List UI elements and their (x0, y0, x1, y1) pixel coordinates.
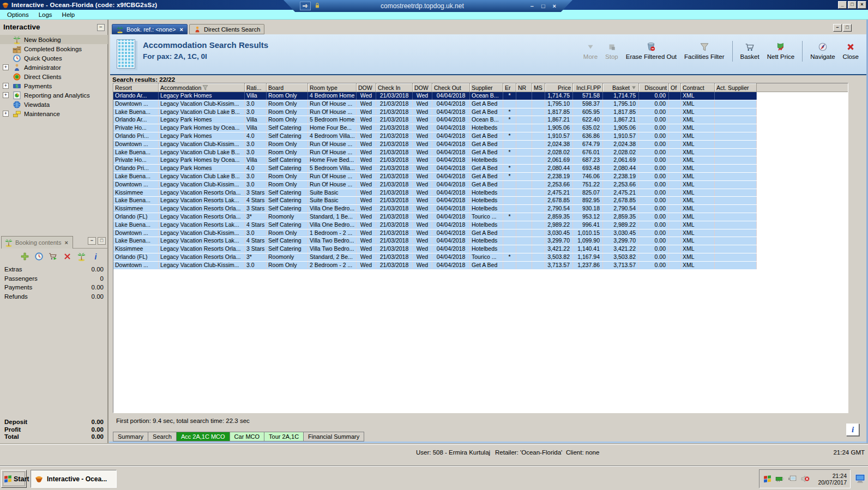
column-header-contract[interactable]: Contract (681, 83, 715, 92)
start-button[interactable]: Start (1, 470, 27, 488)
info-button[interactable]: i (91, 252, 100, 261)
sidebar-item-new-booking[interactable]: New Booking (0, 35, 108, 44)
column-header-dow[interactable]: DOW (357, 83, 376, 92)
sidebar-item-reporting-and-analytics[interactable]: +Reporting and Analytics (0, 90, 108, 100)
clock-button[interactable] (34, 252, 44, 261)
toolbar-erase-filtered-out-button[interactable]: Erase Filtered Out (622, 41, 680, 61)
bottom-tab-search[interactable]: Search (148, 432, 177, 441)
window-maximize-button[interactable]: □ (848, 1, 857, 9)
mdi-maximize-button[interactable]: □ (843, 24, 852, 32)
expand-toggle[interactable]: + (3, 83, 9, 89)
rdp-restore-button[interactable]: □ (541, 3, 545, 9)
column-header-price[interactable]: Price (545, 83, 573, 92)
table-row[interactable]: Lake Buena...Legacy Vacation Resorts Lak… (113, 197, 757, 205)
column-header-supplier[interactable]: Supplier (470, 83, 503, 92)
rdp-pin-button[interactable] (300, 2, 311, 10)
column-header-resort[interactable]: Resort (113, 83, 159, 92)
toolbar-facilities-filter-button[interactable]: Facilities Filter (680, 41, 728, 61)
toolbar-close-button[interactable]: Close (839, 41, 863, 61)
volume-muted-icon[interactable] (800, 474, 810, 483)
bottom-tab-car-mco[interactable]: Car MCO (230, 432, 264, 441)
table-row[interactable]: Downtown ...Legacy Vacation Club-Kissim.… (113, 229, 757, 238)
column-header-room-type[interactable]: Room type (308, 83, 357, 92)
table-row[interactable]: Downtown ...Legacy Vacation Club-Kissim.… (113, 141, 757, 149)
table-row[interactable]: KissimmeeLegacy Vacation Resorts Orla...… (113, 245, 757, 253)
taskbar-task-button[interactable]: Interactive - Ocea... (31, 470, 117, 488)
filter-funnel-icon[interactable] (202, 84, 208, 90)
table-row[interactable]: KissimmeeLegacy Vacation Resorts Orla...… (113, 189, 757, 197)
rdp-close-button[interactable]: × (553, 3, 556, 9)
toolbar-basket-button[interactable]: Basket (737, 41, 763, 61)
table-row[interactable]: Downtown ...Legacy Vacation Club-Kissim.… (113, 262, 757, 270)
table-row[interactable]: Private Ho...Legacy Park Homes by Ocea..… (113, 124, 757, 132)
table-row[interactable]: Downtown ...Legacy Vacation Club-Kissim.… (113, 100, 757, 108)
windows-update-icon[interactable] (763, 474, 772, 483)
column-header-of[interactable]: Of (669, 83, 681, 92)
column-header-er[interactable]: Er (503, 83, 516, 92)
tab-close-icon[interactable]: × (180, 26, 183, 33)
tab-book-ref-none[interactable]: Book. ref.: <none>× (112, 24, 188, 34)
booking-panel-minimize-button[interactable]: − (88, 237, 96, 245)
column-header-act-supplier[interactable]: Act. Supplier (715, 83, 757, 92)
menu-item-options[interactable]: Options (2, 10, 34, 19)
table-row[interactable]: Orlando Ar...Legacy Park HomesVillaRoom … (113, 116, 757, 124)
table-row[interactable]: Orlando Pri...Legacy Park Homes4.0Self C… (113, 165, 757, 173)
menu-item-logs[interactable]: Logs (34, 10, 57, 19)
sidebar-item-quick-quotes[interactable]: Quick Quotes (0, 53, 108, 63)
column-header-dow[interactable]: DOW (413, 83, 432, 92)
column-header-board[interactable]: Board (267, 83, 308, 92)
table-row[interactable]: KissimmeeLegacy Vacation Resorts Orla...… (113, 205, 757, 213)
table-row[interactable]: Orlando Ar...Legacy Park HomesVillaRoom … (113, 92, 757, 100)
table-row[interactable]: Lake Buena...Legacy Vacation Club Lake B… (113, 173, 757, 181)
toolbar-nett-price-button[interactable]: Nett Price (763, 41, 799, 61)
sidebar-item-payments[interactable]: +$Payments (0, 81, 108, 90)
rdp-session-icon[interactable] (854, 473, 866, 484)
column-header-basket[interactable]: Basket (603, 83, 639, 92)
toolbar-navigate-button[interactable]: Navigate (806, 41, 839, 61)
window-close-button[interactable]: × (858, 1, 866, 9)
rdp-minimize-button[interactable]: – (531, 3, 534, 9)
cart-go-button[interactable] (49, 252, 58, 261)
plus-button[interactable] (20, 252, 29, 261)
expand-toggle[interactable]: + (3, 64, 9, 70)
table-row[interactable]: Downtown ...Legacy Vacation Club-Kissim.… (113, 181, 757, 189)
table-row[interactable]: Orlando Pri...Legacy Park Homes4.0Self C… (113, 132, 757, 141)
sidebar-item-viewdata[interactable]: Viewdata (0, 100, 108, 109)
sidebar-item-maintenance[interactable]: +Maintenance (0, 109, 108, 118)
column-header-check-out[interactable]: Check Out (432, 83, 470, 92)
tab-direct-clients-search[interactable]: Direct Clients Search (189, 24, 264, 34)
booking-row-payments[interactable]: Payments0.00 (4, 284, 104, 293)
menu-item-help[interactable]: Help (57, 10, 80, 19)
bottom-tab-acc-2a-1c-mco[interactable]: Acc 2A,1C MCO (176, 432, 230, 441)
sidebar-item-completed-bookings[interactable]: Completed Bookings (0, 44, 108, 53)
table-row[interactable]: Lake Buena...Legacy Vacation Resorts Lak… (113, 221, 757, 229)
window-minimize-button[interactable]: _ (838, 1, 847, 9)
table-row[interactable]: Orlando (FL)Legacy Vacation Resorts Orla… (113, 213, 757, 221)
safely-remove-icon[interactable] (788, 474, 797, 483)
booking-row-extras[interactable]: Extras0.00 (4, 266, 104, 275)
bottom-tab-financial-summary[interactable]: Financial Summary (303, 432, 364, 441)
table-row[interactable]: Orlando (FL)Legacy Vacation Resorts Orla… (113, 253, 757, 262)
column-header-rati[interactable]: Rati... (245, 83, 267, 92)
column-header-ms[interactable]: MS (532, 83, 545, 92)
bottom-tab-summary[interactable]: Summary (113, 432, 148, 441)
table-row[interactable]: Lake Buena...Legacy Vacation Club Lake B… (113, 149, 757, 157)
sidebar-collapse-button[interactable]: − (97, 24, 105, 31)
booking-row-refunds[interactable]: Refunds0.00 (4, 293, 104, 303)
column-header-check-in[interactable]: Check In (376, 83, 413, 92)
palm-tree-button[interactable] (77, 252, 86, 261)
network-adapter-icon[interactable] (775, 474, 785, 483)
column-header-nr[interactable]: NR (516, 83, 532, 92)
column-header-incl-fl-pp[interactable]: Incl.Fl.PP (573, 83, 603, 92)
booking-contents-tab[interactable]: Booking contents × (1, 236, 73, 249)
info-button[interactable]: i (846, 424, 859, 436)
red-x-button[interactable] (63, 252, 72, 261)
expand-toggle[interactable]: + (3, 111, 9, 117)
column-header-discount[interactable]: Discount (639, 83, 669, 92)
booking-contents-close-icon[interactable]: × (64, 239, 68, 246)
sidebar-item-direct-clients[interactable]: Direct Clients (0, 72, 108, 81)
table-row[interactable]: Lake Buena...Legacy Vacation Resorts Lak… (113, 237, 757, 245)
mdi-minimize-button[interactable]: − (833, 24, 842, 32)
table-row[interactable]: Lake Buena...Legacy Vacation Club Lake B… (113, 108, 757, 117)
table-row[interactable]: Private Ho...Legacy Park Homes by Ocea..… (113, 156, 757, 165)
